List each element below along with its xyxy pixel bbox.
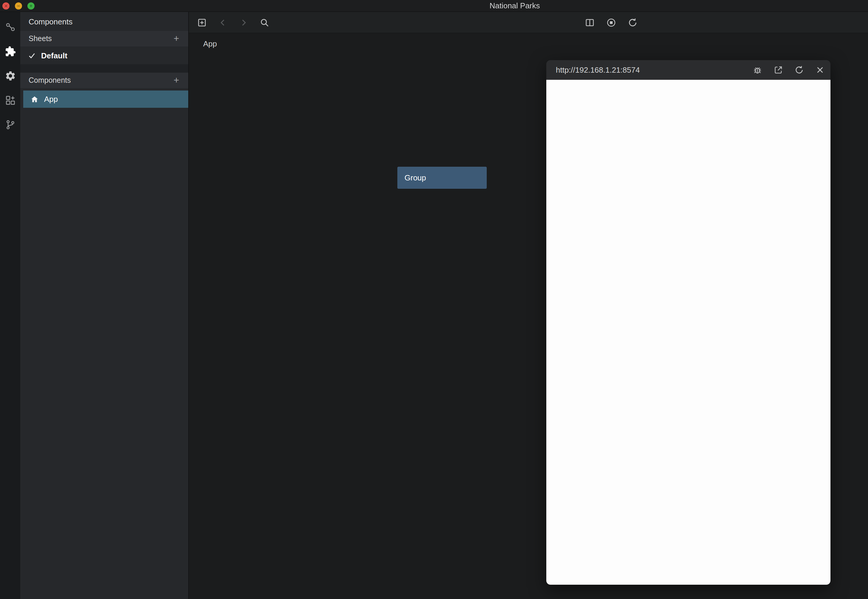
check-icon — [28, 51, 36, 59]
app-window: × − + National Parks — [0, 0, 868, 599]
git-branch-icon[interactable] — [0, 113, 20, 137]
preview-window: http://192.168.1.21:8574 — [546, 60, 830, 585]
components-panel: Components Sheets + Default Components + — [20, 12, 189, 599]
component-item-label: App — [44, 95, 58, 104]
new-frame-icon[interactable] — [194, 14, 210, 31]
nav-back-icon[interactable] — [214, 14, 231, 31]
search-icon[interactable] — [256, 14, 273, 31]
titlebar: × − + National Parks — [0, 0, 868, 12]
component-item-app[interactable]: App — [23, 90, 188, 108]
canvas-toolbar — [189, 12, 868, 33]
tree-spacer — [20, 88, 188, 90]
preview-content — [546, 80, 830, 585]
preview-url[interactable]: http://192.168.1.21:8574 — [556, 66, 744, 74]
close-window-button[interactable]: × — [2, 2, 9, 9]
add-component-button[interactable]: + — [172, 75, 181, 85]
activity-rail — [0, 12, 20, 599]
nav-forward-icon[interactable] — [235, 14, 252, 31]
canvas-toolbar-right — [582, 12, 641, 33]
sheets-section-header: Sheets + — [20, 31, 188, 47]
minimize-window-button[interactable]: − — [15, 2, 22, 9]
sheets-section-label: Sheets — [29, 35, 52, 43]
add-sheet-button[interactable]: + — [172, 34, 181, 44]
sheet-item-label: Default — [41, 51, 67, 60]
widgets-add-icon[interactable] — [0, 88, 20, 113]
panel-title: Components — [20, 12, 188, 31]
group-component-label: Group — [404, 173, 426, 182]
node-graph-icon[interactable] — [0, 15, 20, 39]
components-section-header: Components + — [20, 73, 188, 88]
sheet-item-default[interactable]: Default — [20, 47, 188, 64]
preview-refresh-icon[interactable] — [791, 62, 807, 78]
section-divider — [20, 64, 188, 73]
components-section-label: Components — [29, 76, 71, 84]
settings-gear-icon[interactable] — [0, 64, 20, 88]
zoom-window-button[interactable]: + — [27, 2, 35, 9]
editor-canvas: App Group http://192.168.1.21:8574 — [189, 12, 868, 599]
stop-icon[interactable] — [603, 14, 619, 31]
components-puzzle-icon[interactable] — [0, 39, 20, 64]
refresh-icon[interactable] — [624, 14, 641, 31]
breadcrumb[interactable]: App — [203, 39, 217, 48]
home-icon — [30, 95, 39, 103]
window-controls: × − + — [2, 0, 35, 12]
preview-header[interactable]: http://192.168.1.21:8574 — [546, 60, 830, 80]
preview-close-icon[interactable] — [812, 62, 827, 78]
group-component[interactable]: Group — [397, 167, 487, 189]
debug-bug-icon[interactable] — [749, 62, 765, 78]
window-title: National Parks — [490, 0, 540, 12]
open-in-browser-icon[interactable] — [770, 62, 786, 78]
split-view-icon[interactable] — [582, 14, 598, 31]
